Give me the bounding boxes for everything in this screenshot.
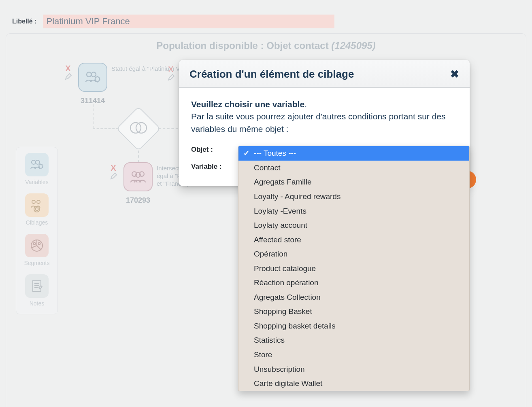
dropdown-option[interactable]: Carte digitale Wallet	[238, 376, 469, 391]
users-gear-icon	[25, 153, 49, 176]
libelle-label: Libellé :	[12, 18, 36, 25]
dropdown-option[interactable]: Affected store	[238, 233, 469, 247]
objet-dropdown[interactable]: --- Toutes ---ContactAgregats FamilleLoy…	[238, 146, 470, 391]
users-group-icon	[123, 162, 153, 191]
modal-lead: Veuillez choisir une variable. Par la su…	[191, 98, 458, 135]
dropdown-option[interactable]: Product catalogue	[238, 261, 469, 276]
modal-header: Création d'un élément de ciblage ✖	[179, 60, 470, 88]
edit-node-button[interactable]	[64, 73, 72, 81]
toolbox-label: Segments	[24, 260, 49, 266]
toolbox-item-variables[interactable]: Variables	[25, 153, 49, 185]
venn-icon	[128, 121, 149, 137]
dropdown-option[interactable]: Opération	[238, 247, 469, 261]
dropdown-option[interactable]: Shopping Basket	[238, 304, 469, 319]
population-object: Objet contact	[266, 40, 328, 51]
create-targeting-modal: Création d'un élément de ciblage ✖ Veuil…	[179, 60, 470, 186]
svg-point-4	[37, 200, 40, 204]
users-gear-icon	[78, 63, 107, 92]
dropdown-option[interactable]: Unsubscription	[238, 362, 469, 377]
modal-lead-rest: Par la suite vous pourrez ajouter d'autr…	[191, 112, 446, 133]
toolbox-item-segments[interactable]: Segments	[24, 234, 49, 266]
node-count: 170293	[126, 196, 150, 205]
delete-node-button[interactable]: X	[168, 65, 173, 73]
population-summary: Population disponible : Objet contact (1…	[6, 40, 526, 51]
node-count: 311414	[81, 97, 105, 105]
edit-node-button[interactable]	[167, 74, 174, 81]
svg-point-6	[36, 208, 38, 211]
dropdown-option[interactable]: Loyalty - Aquired rewards	[238, 189, 469, 204]
toolbox-label: Variables	[25, 179, 48, 185]
svg-point-1	[36, 160, 40, 164]
toolbox-item-ciblages[interactable]: Ciblages	[25, 193, 49, 226]
node-controls: X	[167, 65, 174, 81]
dropdown-option[interactable]: Réaction opération	[238, 276, 469, 290]
dropdown-option[interactable]: Agregats Famille	[238, 175, 469, 189]
delete-node-button[interactable]: X	[111, 164, 116, 172]
node-description: Statut égal à "Platinium VIP"	[111, 65, 188, 73]
note-icon	[25, 274, 49, 298]
target-users-icon	[25, 193, 49, 217]
libelle-row: Libellé :	[12, 15, 334, 28]
edit-node-button[interactable]	[110, 173, 117, 180]
dropdown-option[interactable]: Contact	[238, 161, 469, 175]
svg-point-5	[34, 206, 40, 212]
dropdown-option[interactable]: Statistics	[238, 333, 469, 348]
modal-title: Création d'un élément de ciblage	[189, 68, 354, 81]
node-controls: X	[64, 64, 72, 81]
dropdown-option[interactable]: Store	[238, 348, 469, 362]
dropdown-option[interactable]: Agregats Collection	[238, 290, 469, 305]
dropdown-option[interactable]: Loylaty account	[238, 218, 469, 233]
svg-point-0	[32, 160, 36, 164]
dropdown-option[interactable]: --- Toutes ---	[238, 146, 469, 161]
pie-users-icon	[25, 234, 49, 257]
dropdown-option[interactable]: Loylaty -Events	[238, 204, 469, 218]
close-icon[interactable]: ✖	[450, 68, 459, 81]
population-prefix: Population disponible :	[156, 40, 266, 51]
intersection-node[interactable]	[123, 113, 154, 144]
label-objet: Objet :	[191, 146, 230, 154]
svg-point-11	[92, 72, 96, 77]
modal-lead-strong: Veuillez choisir une variable	[191, 100, 304, 109]
modal-form: Objet : Variable : --- Toutes ---Contact…	[191, 146, 458, 171]
dropdown-option[interactable]: Shopping basket details	[238, 319, 469, 333]
delete-node-button[interactable]: X	[65, 64, 70, 72]
svg-point-8	[33, 243, 35, 245]
toolbox-label: Notes	[30, 300, 45, 307]
modal-body: Veuillez choisir une variable. Par la su…	[179, 88, 470, 186]
svg-point-3	[32, 200, 35, 204]
toolbox-item-notes[interactable]: Notes	[25, 274, 49, 307]
toolbox-label: Ciblages	[26, 219, 48, 226]
libelle-input[interactable]	[43, 15, 334, 28]
toolbox: Variables Ciblages Segments	[16, 147, 58, 314]
node-variable-a[interactable]: X Statut égal à "Platinium VIP" 311414	[78, 63, 107, 105]
label-variable: Variable :	[191, 163, 230, 171]
svg-point-9	[38, 243, 40, 245]
node-result-b[interactable]: X Intersection (Statut égal à "Platinium…	[123, 162, 153, 205]
population-count: (1245095)	[331, 40, 375, 51]
svg-point-10	[87, 72, 92, 77]
node-controls: X	[110, 164, 117, 180]
